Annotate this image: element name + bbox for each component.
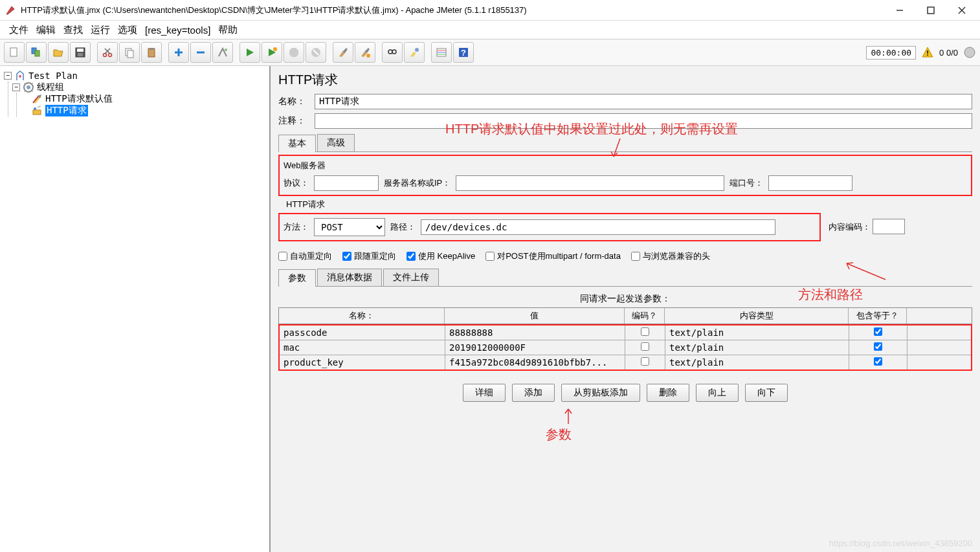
subtab-params[interactable]: 参数 bbox=[278, 269, 316, 287]
svg-point-39 bbox=[19, 75, 21, 78]
delete-button[interactable]: 删除 bbox=[647, 384, 689, 402]
svg-rect-17 bbox=[150, 48, 153, 50]
protocol-input[interactable] bbox=[314, 175, 379, 191]
tree-threadgroup[interactable]: 线程组 bbox=[37, 82, 64, 93]
cut-icon[interactable] bbox=[97, 42, 118, 63]
param-eq-checkbox[interactable] bbox=[874, 357, 882, 366]
svg-point-45 bbox=[34, 107, 36, 110]
param-encode-checkbox[interactable] bbox=[641, 357, 649, 366]
open-icon[interactable] bbox=[48, 42, 69, 63]
param-eq-checkbox[interactable] bbox=[874, 327, 882, 336]
start-noTimers-icon[interactable] bbox=[262, 42, 282, 63]
paste-icon[interactable] bbox=[141, 42, 162, 63]
titlebar: HTTP请求默认值.jmx (C:\Users\newantchen\Deskt… bbox=[0, 0, 980, 21]
start-icon[interactable] bbox=[239, 42, 260, 63]
annotation-defaults: HTTP请求默认值中如果设置过此处，则无需再设置 bbox=[445, 120, 738, 138]
menu-search[interactable]: 查找 bbox=[61, 23, 85, 38]
method-path-highlight: 方法： POST 路径： bbox=[278, 213, 821, 241]
paste-button[interactable]: 从剪贴板添加 bbox=[561, 384, 640, 402]
cb-keepalive[interactable]: 使用 KeepAlive bbox=[406, 250, 475, 262]
collapse-icon[interactable] bbox=[190, 42, 211, 63]
close-button[interactable] bbox=[954, 3, 970, 18]
comment-label: 注释： bbox=[278, 115, 309, 127]
arrow-down-icon bbox=[607, 138, 633, 161]
detail-button[interactable]: 详细 bbox=[463, 384, 506, 402]
name-input[interactable] bbox=[315, 94, 972, 109]
param-encode-checkbox[interactable] bbox=[641, 342, 649, 351]
expander-testplan[interactable]: − bbox=[4, 72, 12, 80]
param-eq-checkbox[interactable] bbox=[874, 342, 882, 351]
param-table[interactable]: passcode 88888888 text/plain mac 2019012… bbox=[278, 324, 972, 371]
tab-basic[interactable]: 基本 bbox=[278, 135, 316, 152]
menu-file[interactable]: 文件 bbox=[6, 23, 31, 38]
svg-rect-1 bbox=[928, 7, 934, 14]
maximize-button[interactable] bbox=[923, 3, 939, 18]
svg-point-38 bbox=[964, 47, 975, 58]
path-input[interactable] bbox=[421, 219, 775, 235]
clear-icon[interactable] bbox=[333, 42, 353, 63]
tree-httpdefaults[interactable]: HTTP请求默认值 bbox=[45, 93, 113, 105]
menu-tools[interactable]: [res_key=tools] bbox=[142, 23, 213, 37]
encoding-input[interactable] bbox=[873, 219, 905, 234]
shutdown-icon[interactable] bbox=[306, 42, 326, 63]
toolbar: ? 00:00:00 ! 0 0/0 bbox=[0, 39, 980, 66]
thread-counts: 0 0/0 bbox=[939, 48, 958, 58]
help-icon[interactable]: ? bbox=[453, 42, 474, 63]
expander-threadgroup[interactable]: − bbox=[12, 83, 20, 91]
httprequest-icon bbox=[31, 105, 43, 116]
tree-panel: − Test Plan − 线程组 HTTP请求默认值 bbox=[0, 66, 271, 552]
clear-all-icon[interactable] bbox=[355, 42, 375, 63]
expand-icon[interactable] bbox=[168, 42, 189, 63]
cb-auto-redirect[interactable]: 自动重定向 bbox=[278, 250, 332, 262]
protocol-label: 协议： bbox=[284, 177, 309, 189]
subtab-files[interactable]: 文件上传 bbox=[383, 269, 439, 286]
svg-point-11 bbox=[109, 54, 112, 57]
svg-rect-9 bbox=[78, 53, 83, 56]
cb-multipart[interactable]: 对POST使用multipart / form-data bbox=[485, 250, 621, 262]
tree-testplan[interactable]: Test Plan bbox=[28, 71, 78, 81]
svg-rect-4 bbox=[10, 48, 17, 56]
panel-title: HTTP请求 bbox=[278, 71, 972, 89]
svg-rect-6 bbox=[35, 50, 39, 56]
app-icon bbox=[5, 5, 16, 16]
menu-help[interactable]: 帮助 bbox=[216, 23, 240, 38]
subtab-body[interactable]: 消息体数据 bbox=[317, 269, 382, 286]
templates-icon[interactable] bbox=[26, 42, 47, 63]
param-row: passcode 88888888 text/plain bbox=[280, 326, 971, 340]
search-icon[interactable] bbox=[382, 42, 403, 63]
window-title: HTTP请求默认值.jmx (C:\Users\newantchen\Deskt… bbox=[21, 5, 892, 16]
server-input[interactable] bbox=[456, 175, 724, 191]
menu-options[interactable]: 选项 bbox=[115, 23, 140, 38]
arrow-up-icon bbox=[559, 406, 578, 425]
cb-follow-redirect[interactable]: 跟随重定向 bbox=[342, 250, 396, 262]
menu-run[interactable]: 运行 bbox=[88, 23, 113, 38]
copy-icon[interactable] bbox=[119, 42, 140, 63]
annotation-params: 参数 bbox=[546, 426, 572, 443]
new-icon[interactable] bbox=[4, 42, 25, 63]
svg-rect-15 bbox=[128, 50, 133, 58]
function-helper-icon[interactable] bbox=[431, 42, 452, 63]
down-button[interactable]: 向下 bbox=[745, 384, 788, 402]
svg-point-10 bbox=[104, 54, 107, 57]
method-select[interactable]: POST bbox=[314, 218, 385, 236]
up-button[interactable]: 向上 bbox=[696, 384, 739, 402]
port-input[interactable] bbox=[768, 175, 852, 191]
encoding-label: 内容编码： bbox=[829, 222, 871, 232]
menubar: 文件 编辑 查找 运行 选项 [res_key=tools] 帮助 bbox=[0, 21, 980, 39]
reset-search-icon[interactable] bbox=[404, 42, 425, 63]
cb-browser-compat[interactable]: 与浏览器兼容的头 bbox=[631, 250, 710, 262]
tree-httprequest[interactable]: HTTP请求 bbox=[45, 105, 88, 116]
svg-line-48 bbox=[847, 263, 885, 280]
minimize-button[interactable] bbox=[892, 3, 908, 18]
add-button[interactable]: 添加 bbox=[512, 384, 555, 402]
port-label: 端口号： bbox=[729, 177, 763, 189]
save-icon[interactable] bbox=[70, 42, 91, 63]
status-icon bbox=[963, 46, 976, 59]
menu-edit[interactable]: 编辑 bbox=[34, 23, 58, 38]
tab-advanced[interactable]: 高级 bbox=[317, 134, 355, 151]
annotation-method-path: 方法和路径 bbox=[798, 286, 863, 304]
param-encode-checkbox[interactable] bbox=[641, 327, 649, 336]
param-row: product_key f415a972bc084d9891610bfbb7..… bbox=[280, 355, 971, 370]
stop-icon[interactable] bbox=[284, 42, 304, 63]
toggle-icon[interactable] bbox=[212, 42, 233, 63]
